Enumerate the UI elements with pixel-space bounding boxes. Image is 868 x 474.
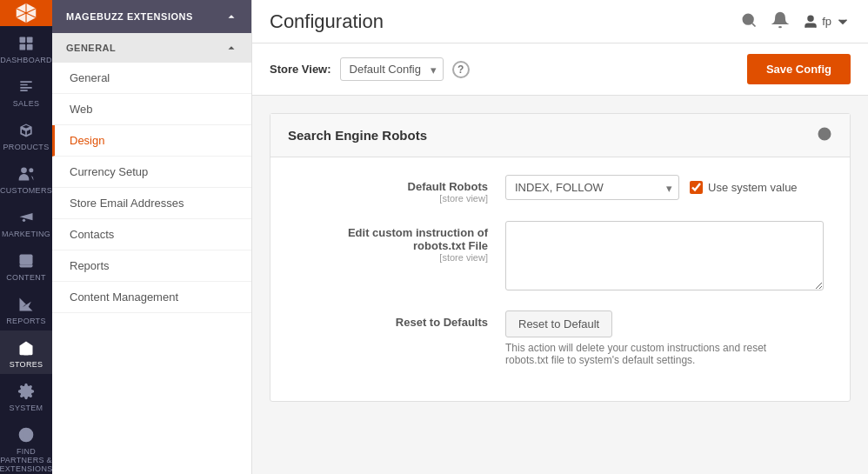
sidebar-item-customers[interactable]: CUSTOMERS xyxy=(0,157,52,200)
user-menu-button[interactable]: fp xyxy=(803,14,851,30)
svg-rect-1 xyxy=(27,37,33,43)
config-bar: Store View: Default Config ? Save Config xyxy=(252,43,868,96)
panel-body: Default Robots [store view] INDEX, FOLLO… xyxy=(270,157,850,401)
notification-icon[interactable] xyxy=(771,11,789,31)
default-robots-control-col: INDEX, FOLLOW NOINDEX, FOLLOW INDEX, NOF… xyxy=(505,175,824,200)
sidebar-item-store-email-addresses[interactable]: Store Email Addresses xyxy=(52,188,251,219)
save-config-button[interactable]: Save Config xyxy=(747,54,851,84)
sidebar-item-currency-setup[interactable]: Currency Setup xyxy=(52,157,251,188)
user-label: fp xyxy=(822,15,831,28)
sidebar-item-label: DASHBOARD xyxy=(0,56,52,64)
collapse-icon xyxy=(817,126,832,142)
sidebar-item-content-management[interactable]: Content Management xyxy=(52,282,251,313)
store-view-select[interactable]: Default Config xyxy=(340,57,444,81)
default-robots-select[interactable]: INDEX, FOLLOW NOINDEX, FOLLOW INDEX, NOF… xyxy=(505,175,679,200)
sidebar-item-label: CONTENT xyxy=(6,273,46,282)
sidebar-subsection-label: GENERAL xyxy=(66,43,116,53)
svg-point-11 xyxy=(743,14,753,24)
panel-header: Search Engine Robots xyxy=(270,114,850,157)
sidebar-item-reports[interactable]: REPORTS xyxy=(0,287,52,330)
app-logo[interactable] xyxy=(0,0,52,26)
edit-robots-txt-label: Edit custom instruction of robots.txt Fi… xyxy=(297,226,488,252)
top-bar-right: fp xyxy=(740,11,851,31)
edit-robots-txt-row: Edit custom instruction of robots.txt Fi… xyxy=(297,221,824,293)
chevron-down-icon xyxy=(835,14,851,30)
sidebar-item-reports[interactable]: Reports xyxy=(52,250,251,282)
page-title: Configuration xyxy=(270,10,384,33)
sidebar-subsection-general[interactable]: GENERAL xyxy=(52,33,251,63)
collapse-button[interactable] xyxy=(817,126,832,144)
sidebar-item-marketing[interactable]: MARKETING xyxy=(0,200,52,244)
svg-line-12 xyxy=(752,23,756,27)
svg-point-6 xyxy=(23,219,25,222)
default-robots-select-wrapper: INDEX, FOLLOW NOINDEX, FOLLOW INDEX, NOF… xyxy=(505,175,679,200)
user-icon xyxy=(803,14,818,30)
sidebar-item-label: MARKETING xyxy=(2,230,50,238)
sidebar-item-design[interactable]: Design xyxy=(52,125,251,157)
search-engine-robots-panel: Search Engine Robots Default Robots [sto… xyxy=(270,113,851,402)
reset-hint: This action will delete your custom inst… xyxy=(505,342,784,366)
chevron-up-icon xyxy=(225,42,237,54)
svg-point-13 xyxy=(808,16,813,21)
svg-point-4 xyxy=(21,168,27,174)
sidebar-item-stores[interactable]: STORES xyxy=(0,330,52,374)
default-robots-controls: INDEX, FOLLOW NOINDEX, FOLLOW INDEX, NOF… xyxy=(505,175,824,200)
svg-rect-3 xyxy=(27,44,33,50)
sidebar-item-dashboard[interactable]: DASHBOARD xyxy=(0,26,52,70)
sidebar-item-content[interactable]: CONTENT xyxy=(0,244,52,287)
sidebar-item-general[interactable]: General xyxy=(52,63,251,94)
sidebar-item-label: REPORTS xyxy=(6,317,45,325)
sidebar-item-label: STORES xyxy=(10,360,43,369)
reset-label: Reset to Defaults xyxy=(297,316,488,329)
reset-label-col: Reset to Defaults xyxy=(297,310,488,329)
svg-rect-0 xyxy=(20,37,26,43)
sidebar-item-products[interactable]: PRODUCTS xyxy=(0,113,52,157)
sidebar-section-magebuzz[interactable]: MAGEBUZZ EXTENSIONS xyxy=(52,0,251,33)
search-icon[interactable] xyxy=(740,11,758,31)
store-view-section: Store View: Default Config ? xyxy=(270,57,470,81)
config-sidebar: MAGEBUZZ EXTENSIONS GENERAL General Web … xyxy=(52,0,252,474)
sidebar-item-system[interactable]: SYSTEM xyxy=(0,374,52,417)
store-view-label: Store View: xyxy=(270,63,331,76)
sidebar-section-label: MAGEBUZZ EXTENSIONS xyxy=(66,11,193,22)
sidebar-item-label: CUSTOMERS xyxy=(0,186,52,195)
sidebar-item-contacts[interactable]: Contacts xyxy=(52,219,251,250)
svg-point-5 xyxy=(29,168,33,172)
sidebar-item-label: SALES xyxy=(13,99,40,108)
left-navigation: DASHBOARD SALES PRODUCTS CUSTOMERS MARKE… xyxy=(0,0,52,474)
main-content: Configuration fp Store View: Default Con… xyxy=(252,0,868,474)
help-icon[interactable]: ? xyxy=(452,61,470,78)
content-area: Search Engine Robots Default Robots [sto… xyxy=(252,96,868,474)
edit-robots-txt-control-col xyxy=(505,221,824,293)
default-robots-label: Default Robots xyxy=(297,180,488,193)
top-bar-left: Configuration xyxy=(270,10,384,33)
panel-title: Search Engine Robots xyxy=(288,128,427,143)
svg-rect-2 xyxy=(20,44,26,50)
store-view-select-wrapper: Default Config xyxy=(340,57,444,81)
edit-robots-txt-sublabel: [store view] xyxy=(297,252,488,263)
use-system-value-text: Use system value xyxy=(708,181,798,194)
robots-txt-textarea[interactable] xyxy=(505,221,824,290)
use-system-value-label[interactable]: Use system value xyxy=(690,181,798,194)
sidebar-item-label: SYSTEM xyxy=(10,404,43,412)
top-bar: Configuration fp xyxy=(252,0,868,43)
sidebar-item-sales[interactable]: SALES xyxy=(0,70,52,113)
use-system-value-checkbox[interactable] xyxy=(690,181,703,194)
reset-control-col: Reset to Default This action will delete… xyxy=(505,310,824,366)
sidebar-item-partners[interactable]: FIND PARTNERS & EXTENSIONS xyxy=(0,417,52,474)
edit-robots-txt-label-col: Edit custom instruction of robots.txt Fi… xyxy=(297,221,488,263)
chevron-up-icon xyxy=(225,10,237,23)
sidebar-item-web[interactable]: Web xyxy=(52,94,251,125)
reset-to-defaults-row: Reset to Defaults Reset to Default This … xyxy=(297,310,824,366)
svg-rect-7 xyxy=(20,255,33,265)
default-robots-sublabel: [store view] xyxy=(297,193,488,204)
sidebar-item-label: FIND PARTNERS & EXTENSIONS xyxy=(0,447,52,473)
sidebar-item-label: PRODUCTS xyxy=(3,143,50,151)
reset-to-default-button[interactable]: Reset to Default xyxy=(505,310,612,337)
default-robots-row: Default Robots [store view] INDEX, FOLLO… xyxy=(297,175,824,204)
default-robots-label-col: Default Robots [store view] xyxy=(297,175,488,204)
